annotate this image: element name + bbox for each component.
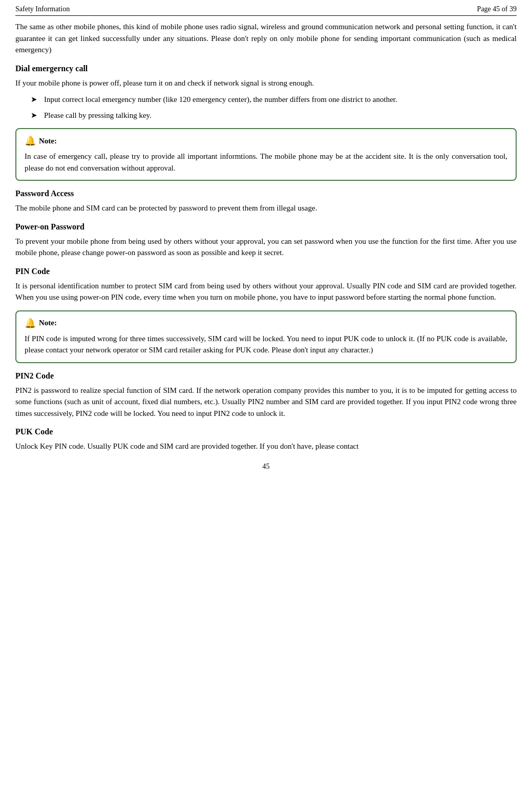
note-body-text: If PIN code is imputed wrong for three t… bbox=[25, 333, 507, 356]
section-paragraph-pin2-code: PIN2 is password to realize special func… bbox=[15, 385, 517, 420]
note-body-text: In case of emergency call, please try to… bbox=[25, 151, 507, 174]
document-title: Safety Information bbox=[15, 5, 70, 13]
section-heading-puk-code: PUK Code bbox=[15, 427, 517, 436]
bullet-item: ➤Please call by pressing talking key. bbox=[31, 110, 517, 121]
page-wrapper: Safety Information Page 45 of 39 The sam… bbox=[0, 0, 532, 796]
section-paragraph-puk-code: Unlock Key PIN code. Usually PUK code an… bbox=[15, 441, 517, 452]
bullet-arrow-icon: ➤ bbox=[31, 94, 42, 106]
section-heading-password-access: Password Access bbox=[15, 189, 517, 198]
page-header: Safety Information Page 45 of 39 bbox=[15, 5, 517, 16]
section-paragraph-pin-code: It is personal identification number to … bbox=[15, 280, 517, 303]
section-paragraph-password-access: The mobile phone and SIM card can be pro… bbox=[15, 202, 517, 214]
page-number-header: Page 45 of 39 bbox=[477, 5, 517, 13]
note-box-pin-code: 🔔Note:If PIN code is imputed wrong for t… bbox=[15, 310, 517, 363]
note-header: 🔔Note: bbox=[25, 318, 507, 329]
section-heading-power-on-password: Power-on Password bbox=[15, 222, 517, 232]
section-heading-pin-code: PIN Code bbox=[15, 267, 517, 276]
intro-paragraph: The same as other mobile phones, this ki… bbox=[15, 21, 517, 56]
bullet-text: Please call by pressing talking key. bbox=[44, 110, 152, 121]
bullet-item: ➤Input correct local emergency number (l… bbox=[31, 94, 517, 106]
note-bell-icon: 🔔 bbox=[25, 318, 36, 329]
page-number-footer: 45 bbox=[15, 463, 517, 471]
section-heading-dial-emergency: Dial emergerncy call bbox=[15, 64, 517, 73]
note-header: 🔔Note: bbox=[25, 135, 507, 146]
section-heading-pin2-code: PIN2 Code bbox=[15, 371, 517, 381]
note-bell-icon: 🔔 bbox=[25, 135, 36, 146]
section-paragraph-power-on-password: To prevent your mobile phone from being … bbox=[15, 236, 517, 259]
section-paragraph-dial-emergency: If your mobile phone is power off, pleas… bbox=[15, 77, 517, 89]
note-box-dial-emergency: 🔔Note:In case of emergency call, please … bbox=[15, 128, 517, 181]
bullet-text: Input correct local emergency number (li… bbox=[44, 94, 397, 106]
bullet-arrow-icon: ➤ bbox=[31, 110, 42, 121]
note-label: Note: bbox=[39, 137, 57, 145]
sections-container: Dial emergerncy callIf your mobile phone… bbox=[15, 64, 517, 452]
note-label: Note: bbox=[39, 319, 57, 327]
